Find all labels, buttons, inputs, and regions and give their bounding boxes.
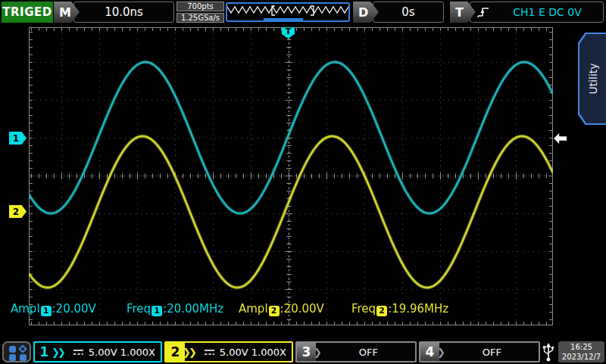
channel4-state: OFF <box>483 347 501 358</box>
preview-waveform <box>227 4 348 20</box>
utility-tab-label: Utility <box>587 63 599 94</box>
chevron-icon: ❯ <box>314 347 322 358</box>
dc-coupling-icon <box>203 348 216 356</box>
menu-icon <box>9 346 16 353</box>
channel-badge: 2 <box>269 306 280 316</box>
utility-menu-tab[interactable]: Utility <box>578 33 606 125</box>
channel3-state: OFF <box>359 347 378 358</box>
waveform-preview-window[interactable] <box>226 2 350 22</box>
datetime-display: 16:25 2023/12/7 <box>558 341 604 362</box>
channel1-status-box[interactable]: 1 ❯ ❯ 5.00V 1.000X <box>33 341 162 362</box>
time: 16:25 <box>558 342 604 352</box>
menu-icon <box>9 354 16 361</box>
trigger-status-badge: TRIGED <box>2 2 53 23</box>
measurement-freq-ch2: Freq2:19.96MHz <box>351 302 448 316</box>
trigger-source-info: CH1 E DC 0V <box>496 6 603 18</box>
oscilloscope-screen: TRIGED M 10.0ns 700pts 1.25GSa/s D 0s T … <box>0 0 606 364</box>
menu-icon <box>20 354 27 361</box>
menu-diamond-icon <box>18 344 27 353</box>
measurement-freq-ch1: Freq1:20.00MHz <box>127 302 223 316</box>
measurement-ampl-ch1: Ampl1:20.00V <box>11 302 96 316</box>
trigger-settings[interactable]: CH1 E DC 0V <box>470 2 604 23</box>
channel2-status-box[interactable]: 2 ❯ ❯ 5.00V 1.000X <box>164 341 293 362</box>
channel4-status-box[interactable]: 4 ❯ OFF <box>419 341 540 362</box>
chevron-icon: ❯ <box>437 347 445 358</box>
channel3-status-box[interactable]: 3 ❯ OFF <box>295 341 417 362</box>
usb-icon <box>541 341 556 362</box>
channel-badge: 1 <box>152 306 162 316</box>
home-menu-button[interactable] <box>2 341 31 362</box>
chevron-icon: ❯ <box>189 347 197 358</box>
preview-window-handle <box>264 18 303 20</box>
channel-badge: 1 <box>41 306 52 316</box>
scope-canvas <box>29 27 553 325</box>
channel1-level-marker[interactable]: 1 <box>9 132 27 145</box>
dc-coupling-icon <box>72 348 85 356</box>
sample-rate: 1.25GSa/s <box>176 13 224 23</box>
channel1-scale: 5.00V 1.000X <box>89 347 155 358</box>
rising-edge-icon <box>476 6 490 18</box>
channel-badge: 2 <box>376 306 387 316</box>
memory-depth: 700pts <box>176 2 224 11</box>
measurement-ampl-ch2: Ampl2:20.00V <box>239 302 324 316</box>
timebase-value[interactable]: 10.0ns <box>73 2 174 23</box>
date: 2023/12/7 <box>558 352 604 362</box>
chevron-icon: ❯ <box>58 347 66 358</box>
delay-value[interactable]: 0s <box>373 2 444 23</box>
waveform-display <box>29 27 553 325</box>
channel2-level-marker[interactable]: 2 <box>9 205 27 218</box>
trigger-level-arrow[interactable] <box>554 133 567 144</box>
channel2-scale: 5.00V 1.000X <box>220 347 286 358</box>
